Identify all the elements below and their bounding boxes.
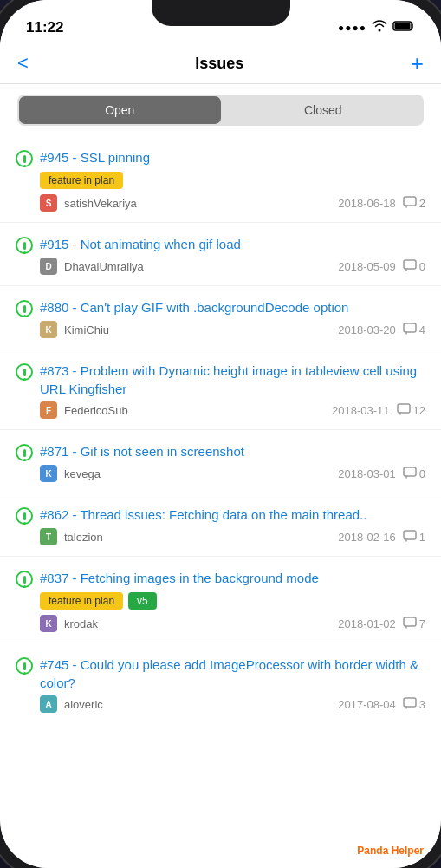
issue-comments: 0 (403, 259, 425, 274)
comment-count: 7 (419, 617, 425, 630)
issue-status-icon (16, 657, 33, 675)
segment-closed[interactable]: Closed (223, 95, 425, 126)
issue-username: talezion (64, 531, 331, 544)
issue-tag: feature in plan (40, 592, 123, 610)
avatar: K (40, 465, 57, 482)
svg-rect-4 (404, 323, 416, 332)
svg-rect-1 (395, 23, 411, 29)
comment-icon (403, 323, 417, 337)
issue-username: aloveric (64, 698, 331, 711)
issue-item[interactable]: #880 - Can't play GIF with .backgroundDe… (0, 286, 441, 349)
issue-username: KimiChiu (64, 323, 331, 336)
comment-count: 12 (413, 404, 425, 417)
issue-title: #837 - Fetching images in the background… (40, 569, 425, 587)
issue-username: FedericoSub (64, 404, 325, 417)
issue-date: 2018-02-16 (338, 531, 396, 544)
issue-item[interactable]: #745 - Could you please add ImageProcess… (0, 643, 441, 723)
signal-dots-icon: ●●●● (338, 22, 366, 34)
watermark-text: Panda Helper (357, 845, 424, 857)
issue-title: #873 - Problem with Dynamic height image… (40, 362, 425, 398)
segment-open[interactable]: Open (19, 96, 221, 124)
issue-meta: SsatishVekariya2018-06-18 2 (40, 194, 425, 212)
issue-tag: v5 (128, 592, 157, 610)
issue-item[interactable]: #837 - Fetching images in the background… (0, 557, 441, 643)
nav-bar: < Issues + (0, 43, 441, 84)
comment-count: 4 (419, 323, 425, 336)
issue-comments: 12 (397, 403, 425, 418)
comment-count: 0 (419, 467, 425, 480)
avatar: S (40, 194, 57, 212)
avatar: A (40, 695, 57, 713)
svg-rect-2 (404, 197, 416, 206)
issue-item[interactable]: #945 - SSL pinningfeature in planSsatish… (0, 136, 441, 223)
issue-meta: FFedericoSub2018-03-11 12 (40, 401, 425, 419)
issue-meta: DDhavalUmraliya2018-05-09 0 (40, 258, 425, 275)
phone-frame: 11:22 ●●●● < Issues + (0, 0, 441, 868)
comment-icon (403, 617, 417, 631)
issue-date: 2018-01-02 (338, 617, 396, 630)
comment-icon (403, 530, 417, 545)
add-button[interactable]: + (411, 52, 424, 75)
issue-item[interactable]: #862 - Thread issues: Fetching data on t… (0, 493, 441, 557)
page-title: Issues (195, 55, 243, 73)
avatar: T (40, 528, 57, 545)
issue-username: DhavalUmraliya (64, 260, 331, 273)
wifi-icon (372, 20, 387, 36)
comment-icon (403, 467, 417, 481)
issue-comments: 2 (403, 196, 425, 211)
svg-rect-7 (404, 531, 416, 539)
comment-icon (397, 403, 411, 418)
issue-comments: 4 (403, 323, 425, 337)
comment-icon (403, 697, 417, 712)
issue-meta: Ttalezion2018-02-16 1 (40, 528, 425, 545)
issue-title: #871 - Gif is not seen in screenshot (40, 442, 425, 460)
comment-icon (403, 196, 417, 211)
issue-meta: Aaloveric2017-08-04 3 (40, 695, 425, 713)
issue-date: 2018-06-18 (338, 197, 396, 210)
issue-comments: 3 (403, 697, 425, 712)
segment-control: Open Closed (17, 95, 424, 126)
issues-list: #945 - SSL pinningfeature in planSsatish… (0, 136, 441, 857)
issue-date: 2018-03-11 (332, 404, 390, 417)
issue-comments: 1 (403, 530, 425, 545)
tag-row: feature in plan (40, 172, 425, 189)
notch (152, 0, 290, 26)
issue-title: #945 - SSL pinning (40, 148, 425, 166)
comment-icon (403, 259, 417, 274)
issue-status-icon (16, 237, 33, 254)
issue-comments: 0 (403, 467, 425, 481)
svg-rect-9 (404, 698, 416, 707)
issue-item[interactable]: #915 - Not animating when gif loadDDhava… (0, 223, 441, 286)
issue-title: #745 - Could you please add ImageProcess… (40, 656, 425, 692)
issue-title: #915 - Not animating when gif load (40, 235, 425, 253)
watermark: Panda Helper (0, 833, 441, 868)
avatar: F (40, 401, 57, 419)
back-button[interactable]: < (17, 52, 29, 75)
issue-status-icon (16, 363, 33, 381)
issue-username: krodak (64, 617, 331, 630)
issue-item[interactable]: #871 - Gif is not seen in screenshotKkev… (0, 430, 441, 493)
issue-meta: Kkrodak2018-01-02 7 (40, 615, 425, 632)
battery-icon (392, 20, 415, 36)
svg-rect-8 (404, 617, 416, 626)
tag-row: feature in planv5 (40, 592, 425, 610)
svg-rect-3 (404, 260, 416, 269)
svg-rect-6 (404, 467, 416, 476)
issue-date: 2018-03-20 (338, 323, 396, 336)
issue-title: #862 - Thread issues: Fetching data on t… (40, 506, 425, 524)
issue-status-icon (16, 507, 33, 525)
issue-status-icon (16, 571, 33, 588)
comment-count: 1 (419, 531, 425, 544)
issue-tag: feature in plan (40, 172, 123, 189)
issue-date: 2017-08-04 (338, 698, 396, 711)
issue-status-icon (16, 150, 33, 167)
issue-date: 2018-05-09 (338, 260, 396, 273)
status-icons: ●●●● (338, 20, 415, 36)
issue-comments: 7 (403, 617, 425, 631)
comment-count: 2 (419, 197, 425, 210)
issue-status-icon (16, 300, 33, 317)
issue-title: #880 - Can't play GIF with .backgroundDe… (40, 298, 425, 317)
issue-meta: Kkevega2018-03-01 0 (40, 465, 425, 482)
issue-status-icon (16, 444, 33, 461)
issue-item[interactable]: #873 - Problem with Dynamic height image… (0, 349, 441, 430)
